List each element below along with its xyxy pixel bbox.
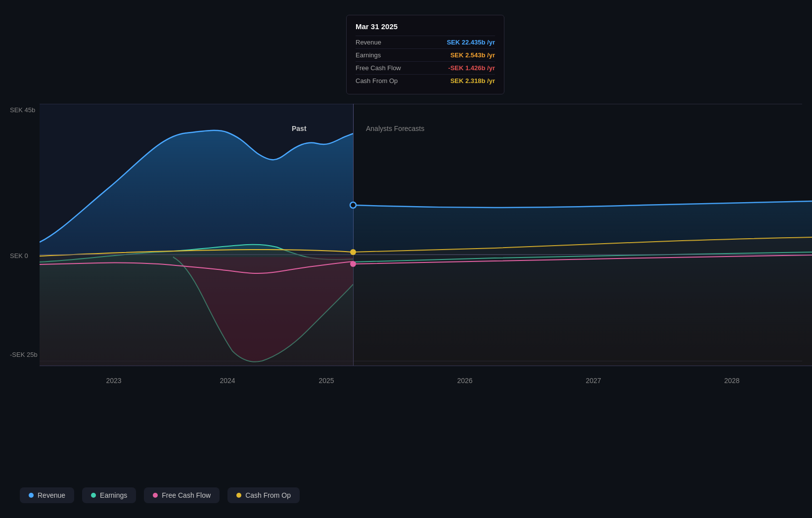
tooltip-row-earnings: Earnings SEK 2.543b /yr [356, 48, 495, 61]
legend-item-earnings[interactable]: Earnings [82, 487, 136, 503]
tooltip-value-earnings: SEK 2.543b /yr [451, 51, 495, 59]
tooltip-value-revenue: SEK 22.435b /yr [447, 39, 495, 46]
svg-point-3 [350, 202, 356, 208]
tooltip-label-cashop: Cash From Op [356, 77, 398, 85]
tooltip-label-revenue: Revenue [356, 39, 381, 46]
svg-text:2026: 2026 [457, 377, 472, 385]
legend-dot-earnings [91, 493, 96, 498]
svg-text:2024: 2024 [220, 377, 235, 385]
svg-point-5 [350, 261, 356, 267]
svg-text:2025: 2025 [318, 377, 334, 385]
tooltip-row-fcf: Free Cash Flow -SEK 1.426b /yr [356, 61, 495, 74]
tooltip-row-cashop: Cash From Op SEK 2.318b /yr [356, 74, 495, 87]
legend-item-cashop[interactable]: Cash From Op [227, 487, 300, 503]
tooltip-value-fcf: -SEK 1.426b /yr [448, 64, 495, 72]
tooltip-date: Mar 31 2025 [356, 22, 495, 31]
legend-dot-revenue [29, 493, 34, 498]
tooltip-row-revenue: Revenue SEK 22.435b /yr [356, 36, 495, 48]
tooltip: Mar 31 2025 Revenue SEK 22.435b /yr Earn… [346, 15, 504, 94]
legend-label-earnings: Earnings [100, 491, 127, 499]
svg-text:2023: 2023 [106, 377, 121, 385]
legend-item-revenue[interactable]: Revenue [20, 487, 74, 503]
chart-legend: Revenue Earnings Free Cash Flow Cash Fro… [20, 487, 300, 503]
legend-label-revenue: Revenue [38, 491, 65, 499]
chart-container: SEK 45b SEK 0 -SEK 25b Past Analysts For… [0, 0, 812, 518]
legend-label-fcf: Free Cash Flow [162, 491, 211, 499]
svg-text:2027: 2027 [586, 377, 601, 385]
legend-label-cashop: Cash From Op [245, 491, 291, 499]
svg-point-4 [350, 249, 356, 255]
svg-text:2028: 2028 [724, 377, 739, 385]
tooltip-label-earnings: Earnings [356, 51, 381, 59]
tooltip-label-fcf: Free Cash Flow [356, 64, 401, 72]
legend-item-fcf[interactable]: Free Cash Flow [144, 487, 220, 503]
legend-dot-cashop [236, 493, 241, 498]
tooltip-value-cashop: SEK 2.318b /yr [451, 77, 495, 85]
legend-dot-fcf [153, 493, 158, 498]
